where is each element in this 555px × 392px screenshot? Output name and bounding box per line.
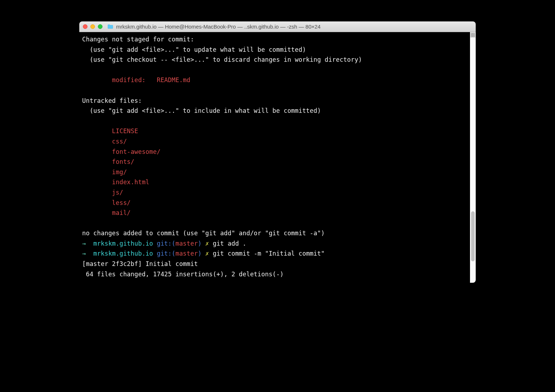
untracked-file: js/ [82, 189, 123, 196]
untracked-file: index.html [82, 179, 149, 186]
prompt-branch: master [175, 240, 198, 247]
scrollbar-thumb[interactable] [471, 211, 475, 261]
scroll-corner-icon [470, 32, 476, 38]
terminal-window: mrkskm.github.io — Home@Homes-MacBook-Pr… [79, 21, 476, 283]
prompt-line: → mrkskm.github.io git:(master) ✗ git ad… [82, 240, 246, 247]
output-line: (use "git checkout -- <file>..." to disc… [82, 56, 362, 63]
output-line: (use "git add <file>..." to update what … [82, 46, 306, 53]
close-button[interactable] [83, 24, 88, 29]
maximize-button[interactable] [98, 24, 102, 29]
prompt-git-close: ) [198, 250, 205, 257]
untracked-file: font-awesome/ [82, 148, 160, 155]
minimize-button[interactable] [90, 24, 95, 29]
untracked-file: mail/ [82, 209, 131, 216]
folder-icon [108, 24, 113, 29]
scrollbar-track[interactable] [470, 32, 476, 283]
output-line: no changes added to commit (use "git add… [82, 230, 325, 237]
prompt-git-open: git:( [153, 250, 176, 257]
output-line: Changes not staged for commit: [82, 36, 194, 43]
svg-rect-3 [473, 35, 475, 37]
prompt-git-open: git:( [153, 240, 176, 247]
untracked-file: css/ [82, 138, 127, 145]
terminal-output: Changes not staged for commit: (use "git… [82, 34, 476, 279]
svg-rect-2 [471, 35, 472, 37]
prompt-dirty-icon: ✗ [205, 250, 213, 257]
terminal-body[interactable]: Changes not staged for commit: (use "git… [79, 32, 476, 283]
prompt-dir: mrkskm.github.io [93, 240, 153, 247]
untracked-file: fonts/ [82, 158, 134, 165]
prompt-arrow: → [82, 240, 93, 247]
svg-rect-0 [471, 33, 472, 35]
prompt-arrow: → [82, 250, 93, 257]
untracked-file: img/ [82, 169, 127, 176]
output-line: (use "git add <file>..." to include in w… [82, 107, 321, 114]
traffic-lights [83, 24, 102, 29]
prompt-git-close: ) [198, 240, 205, 247]
svg-rect-1 [473, 33, 475, 35]
modified-file: modified: README.md [82, 76, 190, 84]
output-line: [master 2f3c2bf] Initial commit [82, 260, 198, 267]
prompt-dir: mrkskm.github.io [93, 250, 153, 257]
untracked-file: less/ [82, 199, 131, 206]
output-line: 64 files changed, 17425 insertions(+), 2… [82, 271, 284, 278]
window-title: mrkskm.github.io — Home@Homes-MacBook-Pr… [116, 24, 321, 30]
command-text: git add . [213, 240, 246, 247]
window-titlebar[interactable]: mrkskm.github.io — Home@Homes-MacBook-Pr… [79, 21, 476, 32]
prompt-line: → mrkskm.github.io git:(master) ✗ git co… [82, 250, 325, 257]
output-line: Untracked files: [82, 97, 142, 104]
untracked-file: LICENSE [82, 127, 138, 135]
prompt-dirty-icon: ✗ [205, 240, 213, 247]
prompt-branch: master [175, 250, 198, 257]
command-text: git commit -m "Initial commit" [213, 250, 325, 257]
